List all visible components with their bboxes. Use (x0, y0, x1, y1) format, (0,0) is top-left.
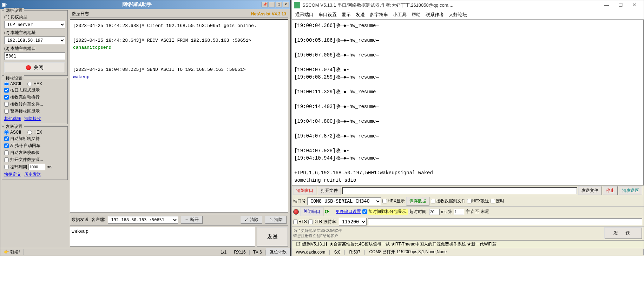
app-icon (294, 2, 300, 8)
serial-log-area[interactable]: [19:00:04.366]收←◆—hw_resume— [19:00:05.1… (292, 20, 644, 185)
log-area[interactable]: [2023-04-25 18:44:28.638]# Client 192.16… (70, 19, 288, 213)
menu-forum[interactable]: 大虾论坛 (449, 12, 467, 18)
redirect-file-check[interactable] (4, 102, 9, 107)
main-area: 数据日志 NetAssist V4.3.13 [2023-04-25 18:44… (69, 9, 290, 248)
close-window-button[interactable]: ✕ (627, 1, 642, 9)
record-icon (26, 65, 31, 70)
client-select[interactable]: 192.168.50.163 :50651 (108, 216, 178, 224)
stop-button[interactable]: 停止 (603, 186, 618, 195)
port-select[interactable]: COM8 USB-SERIAL CH340 (307, 197, 381, 205)
network-settings-group: 网络设置 (1) 协议类型 TCP Server (2) 本地主机地址 192.… (2, 10, 68, 76)
timestamp-check[interactable] (362, 209, 367, 214)
menu-multistring[interactable]: 多字符串 (370, 12, 388, 18)
auto-escape-check[interactable] (4, 136, 9, 141)
bottom-panel: 清除窗口 打开文件 发送文件 停止 清发送区 端口号 COM8 USB-SERI… (292, 185, 644, 248)
host-label: (2) 本地主机地址 (4, 30, 65, 36)
protocol-label: (1) 协议类型 (4, 14, 65, 20)
sscom-window: SSCOM V5.13.1 串口/网络数据调试器,作者:大虾丁丁,2618058… (291, 0, 644, 256)
send-hex-radio[interactable] (27, 130, 32, 135)
close-serial-button[interactable]: 关闭串口 (300, 207, 323, 216)
clear-send-area-button[interactable]: 清发送区 (619, 186, 642, 195)
pin-button[interactable]: 📌 (262, 2, 268, 7)
r-count: R:507 (345, 250, 365, 255)
minimize-button[interactable]: _ (269, 2, 275, 7)
auto-wrap-check[interactable] (4, 95, 9, 100)
file-path-input[interactable] (342, 187, 577, 194)
loop-period-check[interactable] (4, 165, 9, 169)
group-title: 发送设置 (4, 124, 24, 130)
record-icon[interactable] (293, 209, 299, 215)
menu-help[interactable]: 帮助 (412, 12, 421, 18)
menu-serial-settings[interactable]: 串口设置 (318, 12, 337, 18)
timeout-input[interactable] (429, 209, 440, 215)
ad-text: 【升级到V5.13.1】★合宙高性价比4G模块值得一试 ★RT-Thread中国… (292, 240, 644, 248)
maximize-button[interactable]: ☐ (613, 1, 627, 9)
log-mode-check[interactable] (4, 88, 9, 93)
menu-display[interactable]: 显示 (342, 12, 351, 18)
recv-hex-radio[interactable] (27, 82, 32, 86)
url-cell[interactable]: www.daxia.com (292, 250, 330, 255)
open-file-button[interactable]: 打开文件 (318, 186, 341, 195)
other-options-link[interactable]: 其他选项 (4, 116, 21, 121)
at-auto-cr-check[interactable] (4, 143, 9, 148)
baud-select[interactable]: 115200 (339, 218, 367, 225)
hex-send-check[interactable] (467, 199, 472, 203)
minimize-button[interactable]: — (599, 1, 613, 9)
save-data-button[interactable]: 保存数据 (406, 197, 429, 206)
left-sidebar: 网络设置 (1) 协议类型 TCP Server (2) 本地主机地址 192.… (0, 9, 69, 248)
titlebar: SSCOM V5.13.1 串口/网络数据调试器,作者:大虾丁丁,2618058… (292, 0, 644, 10)
port-label: 端口号 (293, 198, 306, 204)
netassist-window: ▣· 网络调试助手 📌 _ □ × 网络设置 (1) 协议类型 TCP Serv… (0, 0, 291, 256)
recv-to-file-check[interactable] (431, 199, 435, 203)
more-serial-link[interactable]: 更多串口设置 (336, 209, 361, 215)
close-window-button[interactable]: × (283, 2, 289, 7)
menu-port[interactable]: 通讯端口 (295, 12, 314, 18)
tx-count: TX:6 (250, 250, 266, 255)
reload-icon[interactable]: ⟳ (325, 208, 329, 215)
clear-button-l[interactable]: ↙ 清除 (241, 216, 262, 224)
clear-window-button[interactable]: 清除窗口 (293, 186, 316, 195)
rts-check[interactable] (293, 220, 298, 224)
pause-display-check[interactable] (4, 109, 9, 114)
send-settings-group: 发送设置 ASCII HEX 自动解析转义符 AT指令自动回车 自动发送校验位 … (2, 126, 68, 180)
loop-period-input[interactable] (28, 164, 45, 170)
send-file-button[interactable]: 发送文件 (578, 186, 602, 195)
menu-tools[interactable]: 小工具 (393, 12, 407, 18)
clear-button-r[interactable]: ↖ 清除 (265, 216, 287, 224)
timed-check[interactable] (491, 199, 495, 203)
host-select[interactable]: 192.168.50.197 (4, 36, 65, 44)
auto-checksum-check[interactable] (4, 150, 9, 155)
close-connection-button[interactable]: 关闭 (4, 62, 65, 73)
titlebar: ▣· 网络调试助手 📌 _ □ × (0, 0, 290, 9)
port-label: (3) 本地主机端口 (4, 46, 65, 52)
recv-ascii-radio[interactable] (4, 82, 9, 86)
nth-byte-input[interactable] (454, 209, 464, 215)
open-file-src-check[interactable] (4, 157, 9, 162)
sysmenu-icon[interactable]: ▣· (2, 2, 12, 7)
maximize-button[interactable]: □ (276, 2, 282, 7)
baud-extra-input[interactable] (368, 218, 642, 225)
quick-define-link[interactable]: 快捷定义 (4, 172, 21, 177)
disconnect-button[interactable]: ← 断开 (181, 216, 202, 224)
data-send-label: 数据发送 (72, 217, 88, 223)
send-button[interactable]: 发送 (257, 227, 288, 247)
group-title: 接收设置 (4, 75, 24, 81)
log-tab-title[interactable]: 数据日志 (72, 11, 89, 17)
protocol-select[interactable]: TCP Server (4, 21, 65, 28)
history-send-link[interactable]: 历史发送 (24, 172, 41, 177)
reset-count-button[interactable]: 复位计数 (266, 248, 290, 256)
menubar: 通讯端口 串口设置 显示 发送 多字符串 小工具 帮助 联系作者 大虾论坛 (292, 10, 644, 20)
client-label: 客户端: (91, 217, 105, 223)
send-button[interactable]: 发 送 (604, 227, 642, 239)
port-status: COM8 已打开 115200bps,8,1,None,None (365, 249, 644, 255)
send-input[interactable]: wakeup (70, 227, 255, 247)
menu-send[interactable]: 发送 (356, 12, 365, 18)
menu-contact[interactable]: 联系作者 (426, 12, 444, 18)
dtr-check[interactable] (308, 220, 313, 224)
version-link[interactable]: NetAssist V4.3.13 (251, 12, 286, 16)
hex-display-check[interactable] (382, 199, 387, 203)
clear-recv-link[interactable]: 清除接收 (24, 116, 41, 121)
port-input[interactable] (4, 52, 65, 60)
rx-count: RX:16 (230, 250, 249, 255)
send-ascii-radio[interactable] (4, 130, 9, 135)
